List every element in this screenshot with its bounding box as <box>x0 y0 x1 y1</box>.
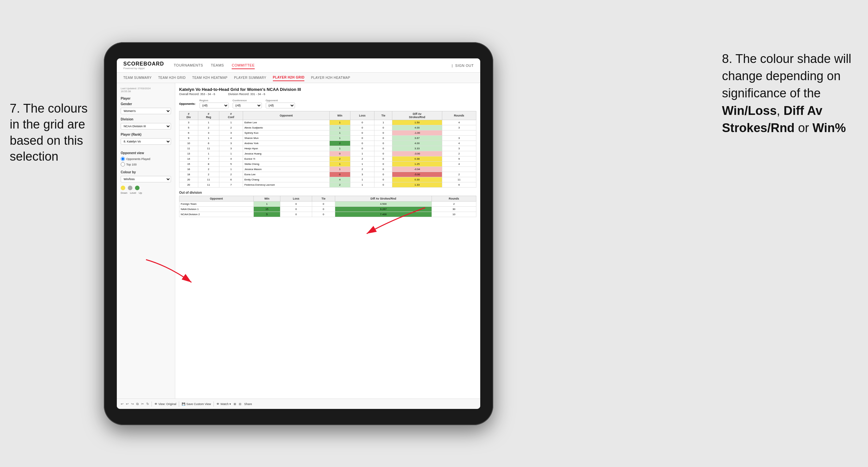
player-rank-select[interactable]: 8. Katelyn Vo <box>121 138 171 145</box>
circle-up <box>135 186 140 190</box>
td-reg: 11 <box>198 146 219 151</box>
col-win: Win <box>330 111 350 120</box>
ood-td-loss: 0 <box>280 212 312 217</box>
player-rank-label: Player (Rank) <box>121 133 171 136</box>
col-diff: Diff AvStrokes/Rnd <box>392 111 442 120</box>
td-rounds: 4 <box>442 120 476 125</box>
radio-group: Opponents Played Top 100 <box>121 157 171 166</box>
col-loss: Loss <box>350 111 374 120</box>
sub-nav-player-summary[interactable]: PLAYER SUMMARY <box>234 75 266 81</box>
td-loss: 1 <box>350 182 374 188</box>
td-loss: 0 <box>350 125 374 130</box>
radio-opponents-played[interactable]: Opponents Played <box>121 157 171 161</box>
td-conf: 1 <box>219 120 243 125</box>
col-opponent: Opponent <box>243 111 330 120</box>
td-rounds: 2 <box>442 172 476 177</box>
division-record: Division Record: 331 - 34 - 6 <box>228 93 265 96</box>
td-tie: 0 <box>374 141 392 146</box>
ood-td-opponent: NCAA Division 2 <box>180 212 254 217</box>
division-label: Division <box>121 118 171 121</box>
nav-pipe: | <box>452 64 453 67</box>
td-win: 2 <box>330 182 350 188</box>
division-select[interactable]: NCAA Division III <box>121 123 171 129</box>
sub-nav-player-h2h-heatmap[interactable]: PLAYER H2H HEATMAP <box>311 75 350 81</box>
td-loss: 3 <box>350 172 374 177</box>
nav-teams[interactable]: TEAMS <box>211 62 224 69</box>
annotation-bold-winpct: Win% <box>812 121 846 135</box>
opponent-select[interactable]: (All) <box>266 102 295 108</box>
copy-icon[interactable]: ⧉ <box>136 402 138 406</box>
td-loss: 0 <box>350 136 374 141</box>
refresh-icon[interactable]: ↻ <box>146 402 149 406</box>
grid-records: Overall Record: 353 - 34 - 6 Division Re… <box>179 93 476 96</box>
td-diff: 3.67 <box>392 136 442 141</box>
td-conf: 1 <box>219 151 243 156</box>
nav-right: | Sign out <box>452 62 474 69</box>
colour-by-select[interactable]: Win/loss <box>121 176 171 182</box>
region-select[interactable]: (All) <box>199 102 229 108</box>
circle-down <box>121 186 125 190</box>
td-div: 3 <box>180 120 198 125</box>
td-opponent: Alexis Sudjianto <box>243 125 330 130</box>
ood-col-loss: Loss <box>280 196 312 201</box>
sign-out[interactable]: Sign out <box>455 62 474 69</box>
td-tie: 0 <box>374 167 392 172</box>
td-tie: 0 <box>374 130 392 136</box>
col-div: #Div <box>180 111 198 120</box>
td-reg: 1 <box>198 151 219 156</box>
sub-nav-player-h2h-grid[interactable]: PLAYER H2H GRID <box>273 74 305 81</box>
td-rounds: 2 <box>442 151 476 156</box>
td-conf: 2 <box>219 125 243 130</box>
ood-td-loss: 0 <box>280 201 312 207</box>
sub-nav-team-h2h-heatmap[interactable]: TEAM H2H HEATMAP <box>192 75 227 81</box>
td-win: 1 <box>330 167 350 172</box>
ood-td-diff: 4.500 <box>335 201 432 207</box>
td-rounds <box>442 130 476 136</box>
watch-btn[interactable]: 👁 Watch ▾ <box>216 402 231 406</box>
td-rounds: 6 <box>442 182 476 188</box>
td-loss: 1 <box>350 151 374 156</box>
td-opponent: Sydney Kuo <box>243 130 330 136</box>
ood-td-win: 1 <box>253 201 280 207</box>
sub-nav-team-summary[interactable]: TEAM SUMMARY <box>123 75 152 81</box>
nav-tournaments[interactable]: TOURNAMENTS <box>174 62 203 69</box>
layout-btn[interactable]: ⊞ <box>234 402 236 406</box>
undo2-icon[interactable]: ↪ <box>131 402 134 406</box>
share-btn[interactable]: Share <box>244 402 252 406</box>
ood-td-tie: 0 <box>312 207 335 212</box>
ood-col-rounds: Rounds <box>432 196 476 201</box>
sub-nav-team-h2h-grid[interactable]: TEAM H2H GRID <box>158 75 186 81</box>
td-tie: 0 <box>374 182 392 188</box>
filter-row: Opponents: Region (All) Conference (All) <box>179 99 476 108</box>
view-original-btn[interactable]: 👁 View: Original <box>154 402 176 406</box>
save-custom-view-btn[interactable]: 💾 Save Custom View <box>182 402 211 406</box>
td-loss: 0 <box>350 141 374 146</box>
conference-select[interactable]: (All) <box>232 102 262 108</box>
grid-title: Katelyn Vo Head-to-Head Grid for Women's… <box>179 87 476 92</box>
grid-btn[interactable]: ⊟ <box>239 402 241 406</box>
ood-td-opponent: Foreign Team <box>180 201 254 207</box>
td-conf: 3 <box>219 130 243 136</box>
colour-labels: Down Level Up <box>121 191 171 194</box>
td-conf: 4 <box>219 156 243 162</box>
grid-panel: Katelyn Vo Head-to-Head Grid for Women's… <box>175 83 480 399</box>
nav-committee[interactable]: COMMITTEE <box>232 62 255 69</box>
td-opponent: Jessica Huang <box>243 151 330 156</box>
redo-icon[interactable]: ↩ <box>126 402 128 406</box>
td-diff: -1.00 <box>392 130 442 136</box>
opponent-filter: Opponent (All) <box>266 99 295 108</box>
gender-select[interactable]: Women's <box>121 108 171 114</box>
scissors-icon[interactable]: ✂ <box>141 402 144 406</box>
opponent-view-title: Opponent view <box>121 151 171 155</box>
td-loss: 2 <box>350 167 374 172</box>
td-tie: 0 <box>374 172 392 177</box>
td-opponent: Jessica Mason <box>243 167 330 172</box>
nav-items: TOURNAMENTS TEAMS COMMITTEE <box>174 62 452 69</box>
td-loss: 0 <box>350 120 374 125</box>
undo-icon[interactable]: ↩ <box>121 402 123 406</box>
td-div: 14 <box>180 156 198 162</box>
radio-top-100[interactable]: Top 100 <box>121 162 171 166</box>
player-section-title: Player <box>121 97 171 100</box>
td-diff: 1.25 <box>392 162 442 167</box>
td-win: 1 <box>330 130 350 136</box>
